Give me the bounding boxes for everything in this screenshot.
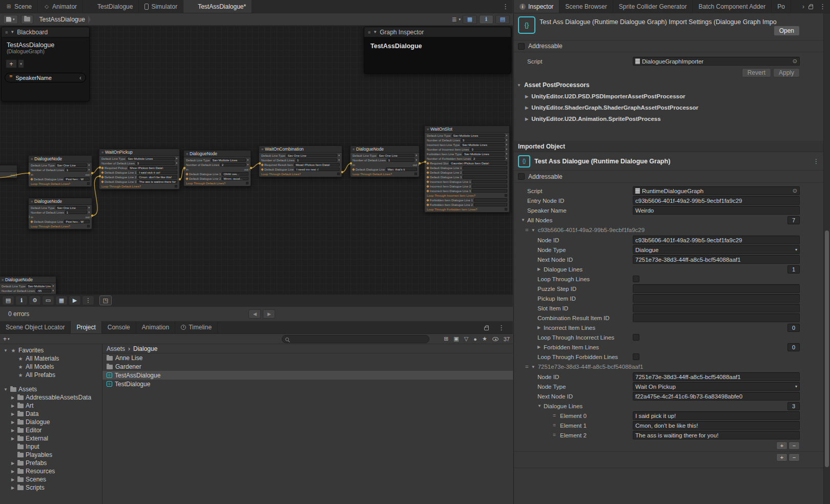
document-tab[interactable]: Animator: [38, 0, 83, 13]
foldout-arrow-icon[interactable]: [537, 345, 544, 349]
node-row[interactable]: Default Dialogue Line Man, that's it ▾: [350, 167, 419, 172]
node-row[interactable]: Default Dialogue Line Psst hey... W ▾: [29, 219, 92, 224]
node-row[interactable]: Default Dialogue Line 2 Mmm, good... ▾: [184, 176, 251, 181]
field-value[interactable]: 7251e73e-38d3-44ff-a8c5-bcf54088aaf1 ▾: [633, 255, 800, 264]
array-size-field[interactable]: 7: [787, 216, 800, 224]
node-row[interactable]: Required Slot Gauntlet (Pickup Item Data…: [425, 161, 509, 165]
array-size-field[interactable]: 0: [787, 324, 800, 332]
tools-button[interactable]: ⚙: [29, 296, 41, 305]
drag-handle-icon[interactable]: =: [553, 413, 560, 418]
field-value[interactable]: 7251e73e-38d3-44ff-a8c5-bcf54088aaf1 ▾: [633, 372, 800, 381]
drag-handle-icon[interactable]: =: [525, 227, 529, 233]
dock-tab[interactable]: Project: [71, 321, 101, 333]
remove-element-button[interactable]: −: [789, 453, 800, 461]
node-row[interactable]: in ▾ out: [350, 162, 419, 167]
node-row[interactable]: in ▾ out: [29, 215, 92, 219]
output-port-icon[interactable]: [91, 173, 92, 176]
foldout-arrow-icon[interactable]: ▼: [531, 228, 535, 233]
node-row-value[interactable]: Say Multiple Lines: [452, 134, 505, 137]
dock-tab[interactable]: Animation: [136, 321, 175, 333]
node-row-value[interactable]: [474, 203, 507, 206]
entry-node-id-field[interactable]: c93b5606-401f-49a2-99b5-9ecbf1fa9c29: [633, 196, 800, 205]
node-checkbox[interactable]: [87, 225, 90, 227]
node-row[interactable]: Default Dialogue Line Psst hey... W ▾: [29, 177, 92, 181]
addressable-checkbox[interactable]: [518, 173, 525, 180]
node-row[interactable]: Forbidden Item Dialogue Line 1 ▾: [425, 198, 509, 202]
node-row[interactable]: ions ▾ out: [0, 173, 17, 177]
node-row-value[interactable]: Psst hey... W: [64, 220, 90, 223]
node-row-value[interactable]: Say One Line: [286, 154, 338, 157]
node-group-header-2[interactable]: = ▼ 7251e73e-38d3-44ff-a8c5-bcf54088aaf1: [514, 362, 823, 372]
input-port-icon[interactable]: [350, 163, 351, 166]
show-in-project-button[interactable]: [21, 15, 33, 24]
node-row-value[interactable]: 2: [220, 163, 246, 166]
node-row[interactable]: Default Dialogue Line 2 ▾: [425, 170, 509, 175]
node-row[interactable]: Incorrect Item Dialogue Line 2 ▾: [425, 184, 509, 188]
tab-bar-menu-icon[interactable]: ⋮: [498, 0, 513, 13]
node-row[interactable]: Number of Forbidden Item Lines 2 ▾: [425, 156, 509, 161]
graph-breadcrumb[interactable]: TestAssDialogue: [39, 15, 91, 24]
revert-button[interactable]: Revert: [742, 68, 771, 77]
more-options-button[interactable]: ⋮: [82, 296, 94, 305]
save-search-icon[interactable]: ★: [482, 335, 487, 342]
node-row-value[interactable]: Gauntlet (Pickup Item Data): [449, 161, 507, 165]
node-row[interactable]: Number of Default Lines 1 ▾: [259, 158, 342, 162]
inspector-tab[interactable]: Batch Component Adder: [693, 0, 772, 13]
input-port-icon[interactable]: [183, 168, 185, 171]
node-row-value[interactable]: [463, 166, 507, 170]
foldout-arrow-icon[interactable]: [537, 404, 544, 408]
assets-root[interactable]: ▼ Assets: [0, 385, 102, 393]
blackboard-toggle-button[interactable]: ▤: [495, 15, 510, 24]
output-port-icon[interactable]: [91, 216, 92, 218]
inspector-tab[interactable]: Scene Browser: [559, 0, 613, 13]
node-title-bar[interactable]: ≡DialogueNode: [29, 156, 92, 162]
field-value[interactable]: The ass is waiting there for you! ▾: [633, 431, 800, 439]
value-port-icon[interactable]: [426, 162, 429, 165]
value-port-icon[interactable]: [426, 180, 429, 183]
assets-folder-item[interactable]: ▶ AddressableAssetsData: [0, 393, 102, 402]
value-port-icon[interactable]: [185, 173, 189, 176]
value-port-icon[interactable]: [426, 190, 429, 193]
node-row[interactable]: Forbidden Item Line Type Say Multiple Li…: [425, 152, 509, 156]
node-checkbox[interactable]: [414, 173, 417, 175]
value-port-icon[interactable]: [352, 168, 355, 171]
foldout-arrow-icon[interactable]: ▶: [10, 486, 15, 490]
output-port-icon[interactable]: [250, 168, 251, 171]
postprocessor-item[interactable]: ▶ UnityEditor.U2D.PSD.PSDImporterAssetPo…: [514, 91, 823, 102]
postprocessor-item[interactable]: ▶ UnityEditor.ShaderGraph.ShaderGraphAss…: [514, 102, 823, 113]
graph-node-wait-on-pickup[interactable]: ≡WaitOnPickup Default Line Type Say Mult…: [99, 149, 180, 190]
node-row[interactable]: Loop Through Default Lines? ▾: [184, 181, 251, 185]
value-port-icon[interactable]: [261, 168, 264, 171]
assets-folder-item[interactable]: ▶ External: [0, 434, 102, 443]
grid-view-button[interactable]: ▦: [55, 296, 68, 305]
favorites-root[interactable]: ▼ Favorites: [0, 346, 102, 354]
graph-node-wait-on-slot[interactable]: ≡WaitOnSlot Default Line Type Say Multip…: [424, 125, 510, 213]
document-tab[interactable]: TestAssDialogue*: [183, 0, 252, 13]
remove-element-button[interactable]: −: [789, 442, 800, 450]
value-port-icon[interactable]: [30, 178, 33, 181]
graph-node-dialogue-1[interactable]: ≡DialogueNode Default Line Type Say One …: [28, 155, 92, 187]
add-element-button[interactable]: +: [776, 453, 787, 461]
document-tab[interactable]: Simulator: [139, 0, 183, 13]
scrollbar-thumb[interactable]: [825, 230, 829, 467]
value-port-icon[interactable]: [426, 176, 429, 179]
node-row-value[interactable]: [463, 171, 507, 174]
node-row[interactable]: Number of Default Lines 2 ▾: [184, 162, 251, 167]
dialogue-graph-canvas[interactable]: ≡rtNode ions ▾ out ≡DialogueNode: [0, 26, 513, 294]
chevron-left-icon[interactable]: ‹: [79, 74, 81, 81]
node-title-bar[interactable]: ≡WaitOnPickup: [99, 149, 179, 156]
output-port-icon[interactable]: [16, 174, 17, 176]
filter-icon[interactable]: ▽: [464, 335, 468, 342]
field-value[interactable]: Dialogue ▾: [633, 245, 800, 254]
value-port-icon[interactable]: [101, 171, 104, 174]
value-port-icon[interactable]: [426, 203, 429, 206]
node-row-value[interactable]: Man, that's it: [386, 167, 417, 171]
assets-folder-item[interactable]: ▶ Editor: [0, 426, 102, 434]
assets-folder-item[interactable]: ▶ Resources: [0, 467, 102, 475]
node-row[interactable]: Default Dialogue Line 3 The ass is waiti…: [99, 179, 179, 184]
node-row[interactable]: Required Result Item Mead (Pickup Item D…: [259, 162, 342, 167]
lock-icon[interactable]: [484, 327, 489, 330]
foldout-arrow-icon[interactable]: ▶: [10, 404, 15, 408]
inspector-scrollbar[interactable]: [823, 13, 830, 504]
file-row[interactable]: TestAssDialogue: [102, 371, 513, 380]
